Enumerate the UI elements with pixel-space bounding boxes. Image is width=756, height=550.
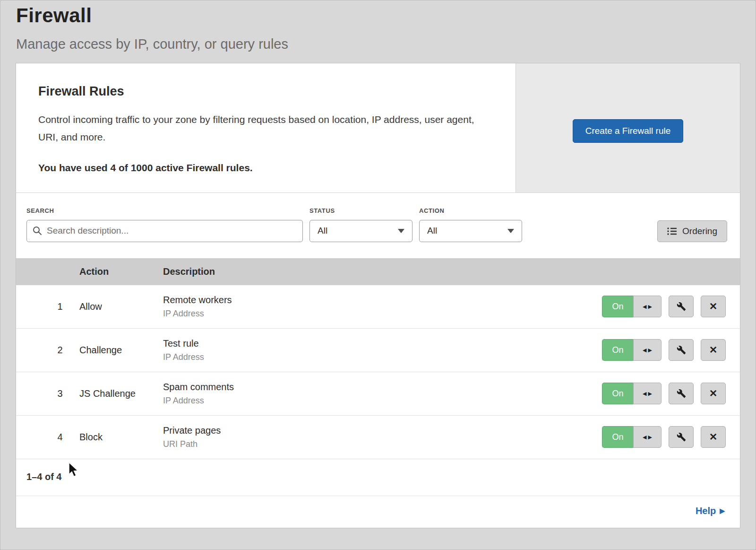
rule-reorder-control[interactable]: ◀▶ bbox=[633, 383, 662, 404]
rule-enabled-toggle[interactable]: On bbox=[602, 383, 633, 404]
rule-description: Test rule bbox=[163, 338, 589, 349]
wrench-icon bbox=[677, 432, 686, 442]
action-select-value: All bbox=[427, 226, 437, 236]
arrow-left-icon: ◀ bbox=[643, 347, 646, 353]
rule-edit-button[interactable] bbox=[669, 426, 694, 448]
help-link[interactable]: Help ▶ bbox=[696, 506, 725, 516]
arrow-left-icon: ◀ bbox=[643, 304, 646, 310]
rule-action: Block bbox=[79, 432, 163, 443]
close-icon: ✕ bbox=[709, 301, 718, 312]
rule-description: Spam comments bbox=[163, 382, 589, 393]
close-icon: ✕ bbox=[709, 431, 718, 443]
rule-description: Private pages bbox=[163, 425, 589, 436]
wrench-icon bbox=[677, 389, 686, 398]
search-label: SEARCH bbox=[26, 207, 303, 214]
table-row: 2 Challenge Test rule IP Address On ◀▶ ✕ bbox=[16, 329, 740, 372]
rule-edit-button[interactable] bbox=[669, 296, 694, 317]
close-icon: ✕ bbox=[709, 388, 718, 399]
wrench-icon bbox=[677, 345, 686, 355]
action-label: ACTION bbox=[419, 207, 522, 214]
status-select-value: All bbox=[318, 226, 327, 236]
pagination-text: 1–4 of 4 bbox=[16, 459, 740, 496]
action-filter: ACTION All bbox=[419, 207, 522, 242]
search-input[interactable] bbox=[26, 220, 303, 242]
status-filter: STATUS All bbox=[309, 207, 412, 242]
help-row: Help ▶ bbox=[16, 496, 740, 528]
rule-priority: 3 bbox=[16, 388, 79, 399]
rules-usage: You have used 4 of 1000 active Firewall … bbox=[38, 162, 482, 174]
rules-description: Control incoming traffic to your zone by… bbox=[38, 111, 482, 146]
table-row: 1 Allow Remote workers IP Address On ◀▶ … bbox=[16, 285, 740, 329]
rule-delete-button[interactable]: ✕ bbox=[701, 383, 726, 404]
status-select[interactable]: All bbox=[309, 220, 412, 242]
rule-reorder-control[interactable]: ◀▶ bbox=[633, 426, 662, 448]
rules-panel-text: Firewall Rules Control incoming traffic … bbox=[16, 63, 515, 192]
rule-delete-button[interactable]: ✕ bbox=[701, 296, 726, 317]
chevron-down-icon bbox=[398, 229, 404, 233]
rule-field-type: IP Address bbox=[163, 396, 589, 406]
rule-field-type: URI Path bbox=[163, 439, 589, 449]
search-icon bbox=[33, 226, 42, 236]
rule-enabled-toggle[interactable]: On bbox=[602, 426, 633, 448]
close-icon: ✕ bbox=[709, 344, 718, 356]
arrow-right-icon: ▶ bbox=[648, 347, 652, 353]
rule-field-type: IP Address bbox=[163, 309, 589, 319]
rule-action: Allow bbox=[79, 301, 163, 312]
search-filter: SEARCH bbox=[26, 207, 303, 242]
ordering-list-icon bbox=[667, 227, 677, 236]
rule-action: Challenge bbox=[79, 345, 163, 356]
rule-action: JS Challenge bbox=[79, 388, 163, 399]
firewall-card: Firewall Rules Control incoming traffic … bbox=[16, 63, 740, 528]
ordering-button[interactable]: Ordering bbox=[657, 220, 727, 242]
arrow-right-icon: ▶ bbox=[720, 507, 725, 515]
rule-delete-button[interactable]: ✕ bbox=[701, 339, 726, 361]
rule-field-type: IP Address bbox=[163, 352, 589, 362]
filters-bar: SEARCH STATUS All ACTION All bbox=[16, 193, 740, 258]
wrench-icon bbox=[677, 302, 686, 311]
rule-enabled-toggle[interactable]: On bbox=[602, 296, 633, 317]
rule-reorder-control[interactable]: ◀▶ bbox=[633, 339, 662, 361]
create-firewall-rule-button[interactable]: Create a Firewall rule bbox=[573, 119, 684, 143]
table-row: 4 Block Private pages URI Path On ◀▶ ✕ bbox=[16, 416, 740, 459]
rule-delete-button[interactable]: ✕ bbox=[701, 426, 726, 448]
rules-heading: Firewall Rules bbox=[38, 84, 482, 99]
ordering-button-label: Ordering bbox=[682, 226, 717, 236]
rule-reorder-control[interactable]: ◀▶ bbox=[633, 296, 662, 317]
arrow-right-icon: ▶ bbox=[648, 391, 652, 397]
status-label: STATUS bbox=[309, 207, 412, 214]
rule-priority: 4 bbox=[16, 432, 79, 443]
rules-panel-side: Create a Firewall rule bbox=[515, 63, 740, 192]
arrow-right-icon: ▶ bbox=[648, 304, 652, 310]
column-header-description: Description bbox=[163, 266, 589, 277]
table-row: 3 JS Challenge Spam comments IP Address … bbox=[16, 372, 740, 416]
table-header: Action Description bbox=[16, 258, 740, 285]
rule-priority: 2 bbox=[16, 345, 79, 356]
rule-description: Remote workers bbox=[163, 295, 589, 306]
page-header: Firewall Manage access by IP, country, o… bbox=[0, 0, 756, 52]
chevron-down-icon bbox=[507, 229, 514, 233]
arrow-left-icon: ◀ bbox=[643, 391, 646, 397]
arrow-left-icon: ◀ bbox=[643, 434, 646, 440]
page-title: Firewall bbox=[16, 4, 740, 27]
rule-edit-button[interactable] bbox=[669, 339, 694, 361]
help-link-label: Help bbox=[696, 506, 716, 516]
rule-enabled-toggle[interactable]: On bbox=[602, 339, 633, 361]
arrow-right-icon: ▶ bbox=[648, 434, 652, 440]
rule-edit-button[interactable] bbox=[669, 383, 694, 404]
page-subtitle: Manage access by IP, country, or query r… bbox=[16, 36, 740, 52]
rules-panel: Firewall Rules Control incoming traffic … bbox=[16, 63, 740, 193]
action-select[interactable]: All bbox=[419, 220, 522, 242]
column-header-action: Action bbox=[79, 266, 163, 277]
rule-priority: 1 bbox=[16, 301, 79, 312]
